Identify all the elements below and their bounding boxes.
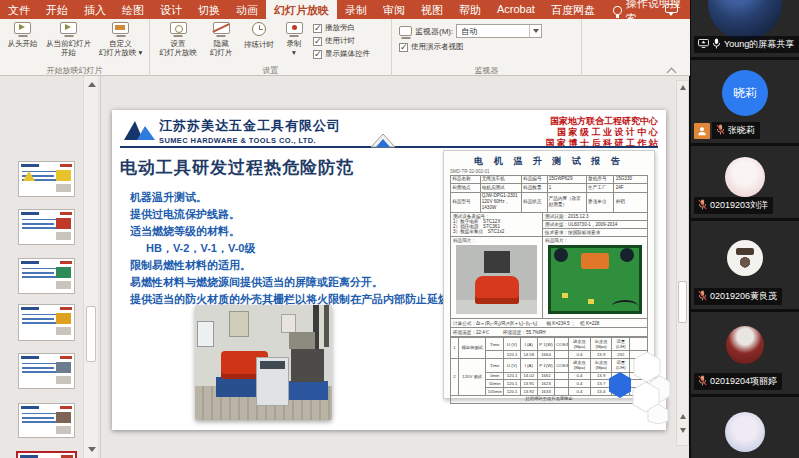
ribbon-tab-Acrobat[interactable]: Acrobat: [489, 0, 543, 19]
institute-line: 国家地方联合工程研究中心: [545, 116, 658, 127]
test-info-line: 测试日期：2015.12.3: [543, 213, 647, 221]
hide-slide-button[interactable]: 隐藏 幻灯片: [203, 20, 239, 58]
thumbnail-scrollbar[interactable]: [83, 76, 98, 458]
info-cell: 委送单位: [586, 192, 614, 213]
triangle-emblem-icon: [370, 133, 396, 148]
collapse-ribbon-icon[interactable]: [668, 68, 676, 73]
checkbox-label: 播放旁白: [325, 23, 355, 33]
participant-tile[interactable]: 02019204项丽婷: [691, 312, 799, 394]
ribbon-tab-开始[interactable]: 开始: [38, 0, 76, 19]
participant-name: 02019204项丽婷: [710, 375, 777, 388]
ribbon-tab-绘图[interactable]: 绘图: [114, 0, 152, 19]
bullet-list: 机器温升测试。提供过电流保护线路。适当燃烧等级的材料。HB，V-2，V-1，V-…: [130, 189, 460, 308]
ribbon-tab-视图[interactable]: 视图: [413, 0, 451, 19]
scroll-up-icon[interactable]: [88, 82, 96, 87]
equipment-line: 3）数据采集仪 STC1x2: [453, 229, 540, 234]
info-cell: QJW-DPG1-2301 120V 60Hz，1430W: [480, 192, 521, 213]
slide-thumbnail-5[interactable]: [18, 353, 75, 389]
slide-thumbnail-3[interactable]: [18, 258, 75, 294]
ribbon-tab-幻灯片放映[interactable]: 幻灯片放映: [266, 0, 337, 19]
group-monitors: 监视器(M): 自动 使用演示者视图 监视器: [392, 19, 582, 76]
presenter-view-checkbox[interactable]: 使用演示者视图: [399, 42, 542, 52]
pcb-sample-photo: [548, 245, 642, 314]
participant-name-tag: 张晓莉: [712, 122, 760, 139]
participant-tile[interactable]: [691, 397, 799, 458]
ribbon-tab-设计[interactable]: 设计: [152, 0, 190, 19]
main-scrollbar[interactable]: [676, 80, 689, 446]
scrollbar-thumb[interactable]: [86, 306, 96, 362]
tell-me-search[interactable]: 操作说明搜索: [613, 0, 690, 19]
scroll-up-icon[interactable]: [680, 85, 686, 90]
group-label-start: 开始放映幻灯片: [0, 65, 149, 76]
comments-icon[interactable]: [665, 4, 678, 13]
ribbon-tab-插入[interactable]: 插入: [76, 0, 114, 19]
checkbox-icon: [399, 43, 408, 52]
slide-thumbnail-2[interactable]: [18, 209, 75, 245]
slide-thumbnail-1[interactable]: [18, 161, 75, 197]
ribbon-tab-审阅[interactable]: 审阅: [375, 0, 413, 19]
ribbon-tab-录制[interactable]: 录制: [337, 0, 375, 19]
next-slide-icon[interactable]: [680, 428, 686, 433]
participant-avatar: [725, 157, 765, 197]
monitor-play-icon: [14, 22, 31, 34]
from-beginning-button[interactable]: 从头开始: [3, 20, 42, 48]
monitor-select-value: 自动: [461, 26, 477, 37]
ribbon-checkbox[interactable]: 显示媒体控件: [313, 49, 370, 59]
setup-checkbox-column: 播放旁白使用计时显示媒体控件: [309, 20, 374, 62]
slide-title: 电动工具研发过程热危险防范: [120, 156, 354, 179]
hexagon-decoration: [590, 350, 670, 424]
participant-tile[interactable]: 02019203刘洋: [691, 146, 799, 218]
ribbon-tab-帮助[interactable]: 帮助: [451, 0, 489, 19]
custom-slideshow-button[interactable]: 自定义 幻灯片放映 ▾: [95, 20, 146, 58]
report-photos-row: 样品照片： 样品照片：: [450, 237, 648, 319]
record-label: 录制 ▾: [287, 39, 302, 58]
monitor-slash-icon: [213, 22, 230, 34]
setup-slideshow-button[interactable]: 设置 幻灯片放映: [153, 20, 203, 58]
info-cell: 产品内置（改装好测量）: [547, 192, 586, 213]
ribbon-checkbox[interactable]: 播放旁白: [313, 23, 370, 33]
rehearse-timings-button[interactable]: 排练计时: [239, 20, 279, 49]
monitor-select[interactable]: 自动: [456, 24, 542, 38]
participant-name: 张晓莉: [728, 124, 755, 137]
info-cell: 样品数量: [521, 184, 547, 193]
group-start-slideshow: 从头开始 从当前幻灯片 开始 自定义 幻灯片放映 ▾ 开始放映幻灯片: [0, 19, 150, 76]
participant-tile[interactable]: 02019206黄良茂: [691, 221, 799, 309]
info-cell: 无绳洗车机: [480, 175, 521, 184]
report-info-table: 样品名称无绳洗车机样品编号15GWP629整机序号15G330检测地点电机房测试…: [450, 175, 648, 214]
ribbon-tab-百度网盘[interactable]: 百度网盘: [543, 0, 603, 19]
host-badge-icon: [694, 123, 710, 139]
slide-thumbnail-7[interactable]: [16, 451, 77, 458]
info-cell: 样品名称: [451, 175, 481, 184]
company-name-block: 江苏苏美达五金工具有限公司 SUMEC HARDWARE & TOOLS CO.…: [159, 117, 341, 145]
rehearse-label: 排练计时: [244, 40, 274, 49]
mic-muted-icon: [698, 290, 707, 303]
participant-avatar: 晓莉: [722, 70, 768, 116]
mic-on-icon: [712, 38, 721, 51]
ribbon-tab-文件[interactable]: 文件: [0, 0, 38, 19]
report-title: 电 机 温 升 测 试 报 告: [450, 155, 648, 168]
slide-thumbnail-6[interactable]: [18, 403, 75, 438]
group-label-monitors: 监视器: [392, 65, 581, 76]
slide-canvas[interactable]: 江苏苏美达五金工具有限公司 SUMEC HARDWARE & TOOLS CO.…: [112, 110, 666, 430]
info-cell: 15G330: [614, 175, 648, 184]
mic-muted-icon: [698, 199, 707, 212]
ribbon-checkbox[interactable]: 使用计时: [313, 36, 370, 46]
ribbon-tab-切换[interactable]: 切换: [190, 0, 228, 19]
previous-slide-icon[interactable]: [680, 414, 686, 419]
info-cell: 样品型号: [451, 192, 481, 213]
checkbox-icon: [313, 24, 322, 33]
scrollbar-thumb[interactable]: [678, 281, 687, 323]
ribbon-tab-动画[interactable]: 动画: [228, 0, 266, 19]
participant-avatar: [727, 240, 763, 276]
slide-bullet: 限制易燃性材料的适用。: [130, 257, 460, 274]
presenter-view-label: 使用演示者视图: [411, 42, 464, 52]
from-current-slide-button[interactable]: 从当前幻灯片 开始: [42, 20, 95, 58]
participant-tile[interactable]: Young的屏幕共享: [691, 0, 799, 57]
participant-name-tag: 02019203刘洋: [694, 197, 773, 214]
scroll-down-icon[interactable]: [88, 447, 96, 452]
record-button[interactable]: 录制 ▾: [279, 20, 309, 58]
video-conference-sidebar: Young的屏幕共享晓莉张晓莉02019203刘洋02019206黄良茂0201…: [690, 0, 799, 458]
participant-tile[interactable]: 晓莉张晓莉: [691, 60, 799, 143]
slide-thumbnail-4[interactable]: [18, 304, 75, 341]
info-cell: 样品状态: [521, 192, 547, 213]
